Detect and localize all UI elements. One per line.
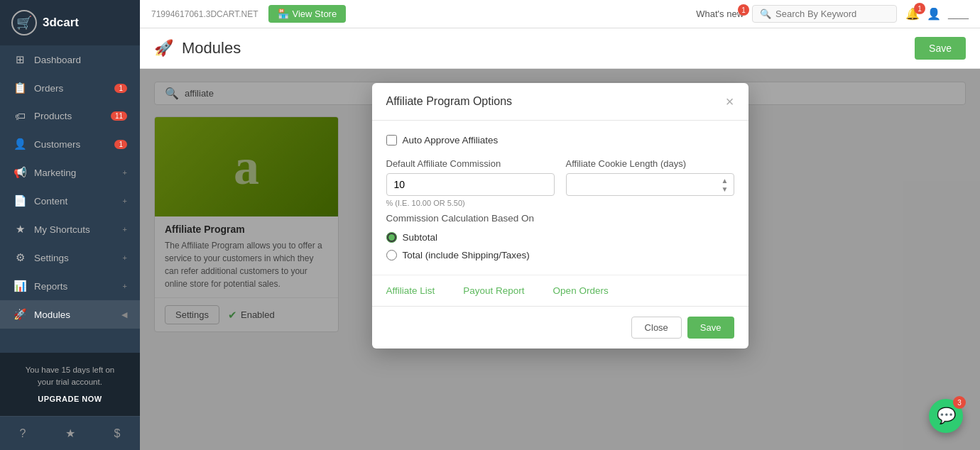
products-badge: 11 — [111, 111, 127, 121]
radio-total[interactable] — [386, 250, 397, 260]
topbar-right: What's new 1 🔍 🔔 1 👤 ____ — [696, 5, 969, 23]
modules-collapse-icon: ◀ — [121, 310, 127, 319]
user-name-label: ____ — [948, 9, 969, 19]
auto-approve-label[interactable]: Auto Approve Affiliates — [403, 135, 499, 146]
sidebar-item-shortcuts[interactable]: ★ My Shortcuts + — [0, 215, 140, 243]
auto-approve-checkbox[interactable] — [386, 135, 397, 146]
radio-group: Subtotal Total (include Shipping/Taxes) — [386, 232, 734, 260]
content-icon: 📄 — [13, 194, 27, 207]
view-store-button[interactable]: 🏪 View Store — [268, 5, 347, 23]
modal-footer: Close Save — [372, 306, 748, 349]
favorites-icon[interactable]: ★ — [65, 427, 75, 440]
products-icon: 🏷 — [13, 110, 27, 122]
topbar-icons: 🔔 1 👤 ____ — [905, 7, 969, 21]
help-icon[interactable]: ? — [20, 427, 26, 440]
notification-icon[interactable]: 🔔 1 — [905, 7, 920, 21]
whats-new-button[interactable]: What's new 1 — [696, 9, 744, 19]
sidebar-item-label: My Shortcuts — [34, 224, 123, 235]
sidebar-item-settings[interactable]: ⚙ Settings + — [0, 243, 140, 272]
whats-new-badge: 1 — [738, 4, 749, 16]
content-expand-icon: + — [123, 197, 127, 205]
sidebar-item-dashboard[interactable]: ⊞ Dashboard — [0, 45, 140, 74]
reports-expand-icon: + — [123, 282, 127, 290]
logo-text: 3dcart — [43, 16, 79, 30]
whats-new-label: What's new — [696, 9, 744, 19]
radio-subtotal-row: Subtotal — [386, 232, 734, 243]
sidebar-item-content[interactable]: 📄 Content + — [0, 187, 140, 215]
sidebar-item-label: Dashboard — [34, 55, 127, 65]
settings-icon: ⚙ — [13, 251, 27, 264]
dashboard-icon: ⊞ — [13, 53, 27, 66]
modal-title: Affiliate Program Options — [386, 95, 513, 108]
trial-text-line1: You have 15 days left on — [26, 366, 115, 374]
chat-button[interactable]: 💬 3 — [929, 399, 963, 433]
commission-group: Default Affiliate Commission % (I.E. 10.… — [386, 158, 555, 207]
reports-icon: 📊 — [13, 280, 27, 292]
view-store-label: View Store — [293, 9, 337, 19]
modal-save-btn[interactable]: Save — [687, 317, 734, 339]
page-save-button[interactable]: Save — [915, 37, 966, 60]
sidebar-item-reports[interactable]: 📊 Reports + — [0, 272, 140, 300]
affiliate-options-modal: Affiliate Program Options × Auto Approve… — [372, 83, 748, 349]
search-bar[interactable]: 🔍 — [752, 5, 897, 23]
sidebar-bottom: ? ★ $ — [0, 416, 140, 450]
trial-text-line2: your trial account. — [38, 378, 102, 386]
sidebar-item-orders[interactable]: 📋 Orders 1 — [0, 74, 140, 102]
modal-close-button[interactable]: × — [726, 94, 734, 109]
sidebar-trial: You have 15 days left on your trial acco… — [0, 353, 140, 416]
sidebar-item-label: Customers — [34, 139, 110, 150]
billing-icon[interactable]: $ — [114, 427, 121, 440]
payout-report-link[interactable]: Payout Report — [463, 285, 524, 296]
commission-hint: % (I.E. 10.00 OR 5.50) — [386, 199, 555, 207]
topbar: 71994617061.3DCART.NET 🏪 View Store What… — [140, 0, 980, 28]
modal-close-btn[interactable]: Close — [631, 317, 682, 339]
open-orders-link[interactable]: Open Orders — [553, 285, 609, 296]
modal-body: Auto Approve Affiliates Default Affiliat… — [372, 121, 748, 275]
sidebar-item-label: Products — [34, 111, 107, 121]
shortcuts-expand-icon: + — [123, 225, 127, 234]
sidebar-item-marketing[interactable]: 📢 Marketing + — [0, 158, 140, 187]
orders-badge: 1 — [114, 84, 127, 93]
page-header: 🚀 Modules Save — [140, 28, 980, 69]
modules-icon: 🚀 — [13, 308, 27, 321]
modal-links: Affiliate List Payout Report Open Orders — [372, 275, 748, 306]
store-icon: 🏪 — [278, 9, 289, 19]
chat-icon: 💬 — [937, 407, 956, 425]
commission-label: Default Affiliate Commission — [386, 158, 555, 169]
sidebar-logo[interactable]: 🛒 3dcart — [0, 0, 140, 45]
page-title: Modules — [182, 39, 241, 57]
notification-badge: 1 — [914, 3, 925, 14]
cookie-label: Affiliate Cookie Length (days) — [566, 158, 734, 169]
main-area: 71994617061.3DCART.NET 🏪 View Store What… — [140, 0, 980, 450]
marketing-icon: 📢 — [13, 166, 27, 179]
cookie-group: Affiliate Cookie Length (days) 7 14 30 6… — [566, 158, 734, 207]
sidebar-nav: ⊞ Dashboard 📋 Orders 1 🏷 Products 11 👤 C… — [0, 45, 140, 353]
affiliate-list-link[interactable]: Affiliate List — [386, 285, 435, 296]
modules-page-icon: 🚀 — [154, 39, 173, 57]
upgrade-now-button[interactable]: UPGRADE NOW — [11, 393, 129, 405]
radio-subtotal-label[interactable]: Subtotal — [403, 232, 438, 243]
page-title-wrap: 🚀 Modules — [154, 39, 241, 57]
customers-icon: 👤 — [13, 138, 27, 150]
modal-overlay: Affiliate Program Options × Auto Approve… — [140, 69, 980, 450]
orders-icon: 📋 — [13, 82, 27, 94]
sidebar-item-products[interactable]: 🏷 Products 11 — [0, 102, 140, 130]
commission-cookie-row: Default Affiliate Commission % (I.E. 10.… — [386, 158, 734, 207]
user-avatar-icon[interactable]: 👤 — [927, 7, 941, 21]
sidebar-item-label: Orders — [34, 83, 110, 94]
sidebar: 🛒 3dcart ⊞ Dashboard 📋 Orders 1 🏷 Produc… — [0, 0, 140, 450]
radio-subtotal[interactable] — [386, 232, 397, 243]
calc-label: Commission Calculation Based On — [386, 213, 734, 224]
customers-badge: 1 — [114, 140, 127, 149]
sidebar-item-label: Settings — [34, 253, 123, 263]
settings-expand-icon: + — [123, 253, 127, 262]
cookie-select[interactable]: 7 14 30 60 90 — [566, 173, 734, 196]
sidebar-item-label: Modules — [34, 309, 121, 320]
modal-header: Affiliate Program Options × — [372, 83, 748, 121]
commission-input[interactable] — [386, 173, 555, 196]
sidebar-item-modules[interactable]: 🚀 Modules ◀ — [0, 300, 140, 329]
auto-approve-row: Auto Approve Affiliates — [386, 135, 734, 146]
radio-total-label[interactable]: Total (include Shipping/Taxes) — [403, 250, 530, 260]
sidebar-item-customers[interactable]: 👤 Customers 1 — [0, 130, 140, 158]
search-input[interactable] — [775, 9, 889, 19]
